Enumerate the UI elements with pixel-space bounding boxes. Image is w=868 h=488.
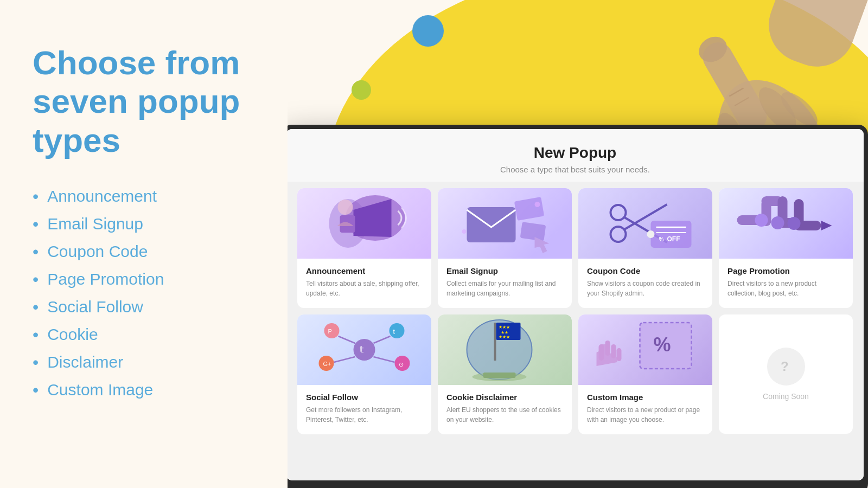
svg-rect-69 — [617, 348, 622, 361]
svg-point-39 — [788, 217, 801, 230]
svg-rect-16 — [514, 197, 544, 221]
social-follow-card-image: 𝕥 P t G+ ⊙ — [297, 314, 431, 385]
coupon-desc: Show visitors a coupon code created in y… — [587, 279, 704, 298]
social-follow-title: Social Follow — [306, 393, 423, 402]
svg-line-52 — [374, 336, 391, 343]
cookie-card-image: ★★★ ★★ ★★★ — [438, 314, 572, 385]
svg-rect-17 — [520, 222, 546, 241]
svg-text:𝕥: 𝕥 — [360, 345, 364, 354]
svg-point-37 — [755, 214, 768, 227]
svg-rect-68 — [611, 344, 616, 358]
list-item-cookie: Cookie — [33, 325, 255, 345]
announcement-title: Announcement — [306, 266, 423, 275]
list-item-disclaimer: Disclaimer — [33, 352, 255, 373]
svg-text:★★★: ★★★ — [499, 335, 510, 339]
custom-image-card-image: % — [578, 314, 712, 385]
list-item-email: Email Signup — [33, 214, 255, 234]
svg-text:⊙: ⊙ — [399, 361, 404, 368]
svg-point-38 — [771, 216, 784, 229]
svg-rect-24 — [651, 221, 692, 248]
svg-rect-15 — [467, 207, 516, 242]
list-item-social-follow: Social Follow — [33, 297, 255, 317]
cookie-card-body: Cookie Disclaimer Alert EU shoppers to t… — [438, 385, 572, 434]
coupon-card-image: % OFF — [578, 188, 712, 259]
laptop-screen: New Popup Choose a type that best suits … — [286, 129, 864, 480]
green-dot-decoration — [352, 80, 371, 100]
list-item-announcement: Announcement — [33, 187, 255, 207]
laptop-mockup: New Popup Choose a type that best suits … — [282, 125, 868, 488]
page-promotion-title: Page Promotion — [727, 266, 844, 275]
svg-text:?: ? — [781, 359, 789, 374]
svg-line-53 — [334, 357, 355, 362]
svg-line-51 — [339, 336, 355, 343]
email-title: Email Signup — [446, 266, 563, 275]
list-item-custom-image: Custom Image — [33, 380, 255, 400]
custom-image-desc: Direct visitors to a new product or page… — [587, 405, 704, 425]
coming-soon-icon: ? — [767, 348, 805, 386]
svg-rect-67 — [605, 341, 610, 356]
svg-text:OFF: OFF — [667, 235, 680, 243]
coupon-title: Coupon Code — [587, 266, 704, 275]
popup-card-cookie[interactable]: ★★★ ★★ ★★★ Cookie Disclaimer — [438, 314, 572, 434]
popup-card-email[interactable]: Email Signup Collect emails for your mai… — [438, 188, 572, 308]
email-card-image — [438, 188, 572, 259]
popup-subtitle: Choose a type that best suits your needs… — [297, 165, 853, 174]
svg-point-19 — [462, 229, 467, 234]
svg-text:%: % — [659, 236, 664, 242]
svg-text:G+: G+ — [323, 361, 331, 367]
popup-card-custom-image[interactable]: % Custom Image — [578, 314, 712, 434]
custom-image-title: Custom Image — [587, 393, 704, 402]
popup-card-announcement[interactable]: Announcement Tell visitors about a sale,… — [297, 188, 431, 308]
svg-point-14 — [338, 200, 353, 215]
announcement-card-image — [297, 188, 431, 259]
email-card-body: Email Signup Collect emails for your mai… — [438, 259, 572, 308]
announcement-desc: Tell visitors about a sale, shipping off… — [306, 279, 423, 298]
popup-card-coming-soon: ? Coming Soon — [719, 314, 853, 434]
page-promotion-card-body: Page Promotion Direct visitors to a new … — [719, 259, 853, 308]
svg-point-25 — [647, 230, 655, 238]
popup-header: New Popup Choose a type that best suits … — [286, 129, 864, 182]
main-heading: Choose from seven popup types — [33, 43, 255, 159]
list-item-page-promotion: Page Promotion — [33, 269, 255, 290]
cookie-desc: Alert EU shoppers to the use of cookies … — [446, 405, 563, 425]
social-follow-desc: Get more followers on Instagram, Pintere… — [306, 405, 423, 425]
svg-line-54 — [374, 357, 395, 362]
svg-rect-9 — [758, 0, 868, 78]
cookie-title: Cookie Disclaimer — [446, 393, 563, 402]
popup-card-social-follow[interactable]: 𝕥 P t G+ ⊙ — [297, 314, 431, 434]
svg-text:%: % — [654, 333, 671, 356]
page-promotion-card-image — [719, 188, 853, 259]
svg-text:★★★: ★★★ — [499, 325, 510, 330]
screen-content: New Popup Choose a type that best suits … — [286, 129, 864, 480]
popup-card-page-promotion[interactable]: Page Promotion Direct visitors to a new … — [719, 188, 853, 308]
popup-card-coupon[interactable]: % OFF Coupon Code Show visitors a coupon… — [578, 188, 712, 308]
svg-marker-40 — [821, 221, 832, 230]
svg-rect-66 — [599, 344, 604, 361]
svg-rect-63 — [483, 373, 516, 378]
left-panel: Choose from seven popup types Announceme… — [0, 0, 288, 488]
coming-soon-label: Coming Soon — [763, 392, 809, 401]
email-desc: Collect emails for your mailing list and… — [446, 279, 563, 298]
custom-image-card-body: Custom Image Direct visitors to a new pr… — [578, 385, 712, 434]
social-follow-card-body: Social Follow Get more followers on Inst… — [297, 385, 431, 434]
svg-rect-57 — [494, 323, 496, 361]
popup-title: New Popup — [297, 144, 853, 162]
svg-point-41 — [354, 339, 375, 361]
laptop-frame: New Popup Choose a type that best suits … — [282, 125, 868, 488]
popup-type-grid: Announcement Tell visitors about a sale,… — [286, 182, 864, 445]
coupon-card-body: Coupon Code Show visitors a coupon code … — [578, 259, 712, 308]
blue-dot-decoration — [412, 15, 444, 47]
announcement-card-body: Announcement Tell visitors about a sale,… — [297, 259, 431, 308]
page-promotion-desc: Direct visitors to a new product collect… — [727, 279, 844, 298]
svg-text:P: P — [328, 328, 332, 335]
list-item-coupon: Coupon Code — [33, 242, 255, 262]
popup-types-list: Announcement Email Signup Coupon Code Pa… — [33, 187, 255, 400]
svg-point-45 — [390, 323, 405, 338]
svg-point-18 — [535, 202, 540, 207]
